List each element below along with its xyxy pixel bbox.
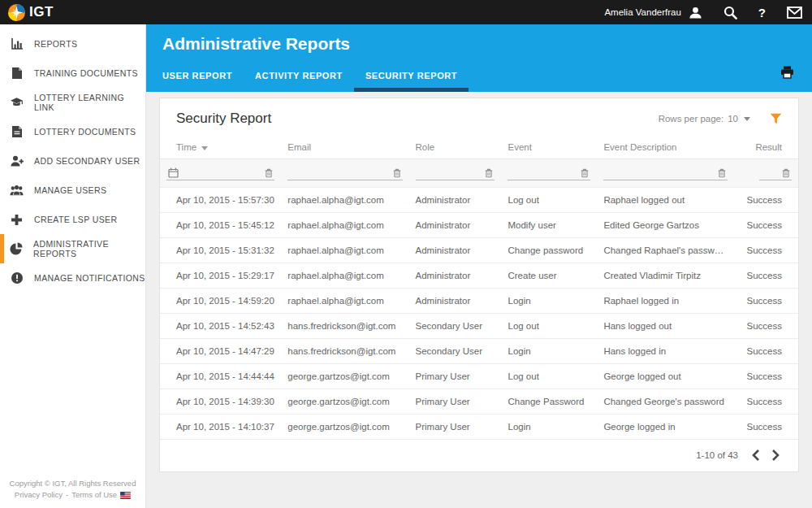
cell-email: hans.fredrickson@igt.com <box>281 314 408 339</box>
users-icon <box>10 185 24 196</box>
tab-bar: USER REPORT ACTIVITY REPORT SECURITY REP… <box>146 63 812 92</box>
graduation-cap-icon <box>10 97 24 108</box>
cell-result: Success <box>734 339 798 364</box>
cell-result: Success <box>734 213 798 238</box>
cell-time: Apr 10, 2015 - 14:10:37 <box>160 415 281 440</box>
cell-email: george.gartzos@igt.com <box>281 389 408 415</box>
sidebar-item-manage-notifications[interactable]: MANAGE NOTIFICATIONS <box>0 263 145 293</box>
clear-filter-icon[interactable] <box>393 168 401 178</box>
cell-time: Apr 10, 2015 - 15:31:32 <box>160 238 281 263</box>
igt-logo[interactable]: IGT <box>8 4 54 21</box>
sidebar-item-label: LOTTERY LEARNING LINK <box>34 93 145 112</box>
cell-event: Create user <box>501 263 597 289</box>
table-row: Apr 10, 2015 - 14:44:44 george.gartzos@i… <box>160 364 798 389</box>
sidebar-item-training-documents[interactable]: TRAINING DOCUMENTS <box>0 59 145 88</box>
filter-input-time[interactable] <box>190 168 253 178</box>
table-row: Apr 10, 2015 - 14:52:43 hans.fredrickson… <box>160 314 798 339</box>
filter-input-event[interactable] <box>509 168 557 178</box>
filter-input-email[interactable] <box>289 168 356 178</box>
cell-role: Primary User <box>409 389 502 415</box>
print-icon[interactable] <box>780 66 794 82</box>
table-row: Apr 10, 2015 - 14:10:37 george.gartzos@i… <box>160 415 798 440</box>
cell-email: raphael.alpha@igt.com <box>281 289 408 314</box>
column-header-role[interactable]: Role <box>409 136 502 159</box>
rows-per-page-select[interactable]: Rows per page: 10 <box>659 114 750 124</box>
cell-role: Administrator <box>409 188 502 213</box>
user-menu[interactable]: Amelia Vanderfrau <box>604 6 702 20</box>
rows-per-page-label: Rows per page: <box>659 114 724 124</box>
cell-event: Change Password <box>501 389 597 415</box>
cell-role: Secondary User <box>409 314 502 339</box>
cell-email: george.gartzos@igt.com <box>281 364 408 389</box>
calendar-icon[interactable] <box>168 167 179 178</box>
filter-funnel-icon[interactable] <box>770 113 782 124</box>
cell-event: Log out <box>501 364 597 389</box>
previous-page-icon[interactable] <box>751 449 760 462</box>
sidebar-item-label: LOTTERY DOCUMENTS <box>34 127 136 137</box>
clear-filter-icon[interactable] <box>782 168 790 178</box>
cell-email: raphael.alpha@igt.com <box>281 263 408 289</box>
tab-security-report[interactable]: SECURITY REPORT <box>354 63 469 92</box>
cell-result: Success <box>734 314 798 339</box>
sidebar-item-lottery-documents[interactable]: LOTTERY DOCUMENTS <box>0 117 145 146</box>
cell-time: Apr 10, 2015 - 15:57:30 <box>160 188 281 213</box>
help-icon[interactable]: ? <box>758 6 766 20</box>
sidebar-item-manage-users[interactable]: MANAGE USERS <box>0 176 145 205</box>
cell-role: Primary User <box>409 364 502 389</box>
topbar: IGT Amelia Vanderfrau ? <box>0 0 812 24</box>
tab-activity-report[interactable]: ACTIVITY REPORT <box>244 63 354 92</box>
tab-user-report[interactable]: USER REPORT <box>151 63 244 92</box>
sidebar-item-create-lsp-user[interactable]: CREATE LSP USER <box>0 205 145 234</box>
sidebar-item-lottery-learning-link[interactable]: LOTTERY LEARNING LINK <box>0 88 145 117</box>
cell-role: Secondary User <box>409 339 502 364</box>
cell-role: Administrator <box>409 238 502 263</box>
sort-desc-icon <box>201 146 208 150</box>
sidebar-item-label: ADMINISTRATIVE REPORTS <box>33 239 145 258</box>
privacy-policy-link[interactable]: Privacy Policy <box>15 489 63 501</box>
filter-input-role[interactable] <box>417 168 463 178</box>
report-title: Security Report <box>176 111 271 127</box>
pie-chart-icon <box>10 242 23 255</box>
column-header-time[interactable]: Time <box>160 136 281 159</box>
filter-input-event-description[interactable] <box>605 168 677 178</box>
alert-circle-icon <box>10 271 24 284</box>
cell-role: Primary User <box>409 415 502 440</box>
terms-of-use-link[interactable]: Terms of Use <box>71 489 117 501</box>
sidebar: REPORTS TRAINING DOCUMENTS LOTTERY LEARN… <box>0 24 146 508</box>
clear-filter-icon[interactable] <box>485 168 493 178</box>
sidebar-item-administrative-reports[interactable]: ADMINISTRATIVE REPORTS <box>0 234 145 263</box>
cell-role: Administrator <box>409 263 502 289</box>
user-name: Amelia Vanderfrau <box>604 7 680 17</box>
clear-filter-icon[interactable] <box>718 168 726 178</box>
clear-filter-icon[interactable] <box>581 168 589 178</box>
sidebar-item-label: CREATE LSP USER <box>34 215 117 224</box>
sidebar-item-reports[interactable]: REPORTS <box>0 29 145 59</box>
table-row: Apr 10, 2015 - 15:45:12 raphael.alpha@ig… <box>160 213 798 238</box>
search-icon[interactable] <box>723 6 737 20</box>
us-flag-icon[interactable] <box>120 492 131 499</box>
bar-chart-icon <box>10 37 24 50</box>
cell-result: Success <box>734 389 798 415</box>
column-header-result[interactable]: Result <box>734 136 798 159</box>
column-header-event-description[interactable]: Event Description <box>597 136 734 159</box>
cell-description: Created Vladimir Tirpitz <box>597 263 734 289</box>
table-row: Apr 10, 2015 - 15:31:32 raphael.alpha@ig… <box>160 238 798 263</box>
next-page-icon[interactable] <box>771 449 780 462</box>
cell-description: George logged in <box>597 415 734 440</box>
column-header-event[interactable]: Event <box>501 136 597 159</box>
sidebar-item-label: MANAGE USERS <box>34 185 106 195</box>
sidebar-item-label: ADD SECONDARY USER <box>34 156 140 166</box>
page-header: Administrative Reports USER REPORT ACTIV… <box>146 24 812 92</box>
cell-result: Success <box>734 289 798 314</box>
column-header-email[interactable]: Email <box>281 136 408 159</box>
copyright-text: Copyright © IGT, All Rights Reserved <box>0 478 145 490</box>
cell-result: Success <box>734 415 798 440</box>
cell-description: Edited George Gartzos <box>597 213 734 238</box>
pagination: 1-10 of 43 <box>160 440 798 471</box>
cell-result: Success <box>734 238 798 263</box>
table-row: Apr 10, 2015 - 14:59:20 raphael.alpha@ig… <box>160 289 798 314</box>
clear-filter-icon[interactable] <box>265 168 273 178</box>
sidebar-item-add-secondary-user[interactable]: ADD SECONDARY USER <box>0 146 145 176</box>
mail-icon[interactable] <box>787 7 802 19</box>
cell-time: Apr 10, 2015 - 15:45:12 <box>160 213 281 238</box>
